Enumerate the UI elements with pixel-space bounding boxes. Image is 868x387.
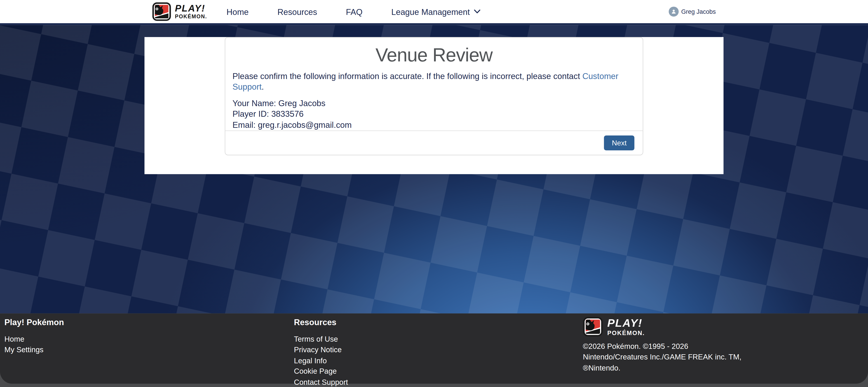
copyright-text: ©2026 Pokémon. ©1995 - 2026 Nintendo/Cre…: [583, 341, 744, 374]
intro-text-before-link: Please confirm the following information…: [232, 71, 583, 81]
top-nav: PLAY! POKÉMON. Home Resources FAQ League…: [0, 0, 868, 25]
footer-link-contact-support[interactable]: Contact Support: [294, 377, 348, 387]
nav-link-faq[interactable]: FAQ: [346, 7, 363, 17]
footer-column-resources: Resources Terms of Use Privacy Notice Le…: [294, 317, 583, 387]
venue-review-card: Venue Review Please confirm the followin…: [225, 37, 643, 155]
content-panel: Venue Review Please confirm the followin…: [145, 37, 724, 174]
nav-logo-text-play: PLAY!: [175, 4, 207, 13]
nav-logo-text: PLAY! POKÉMON.: [175, 4, 207, 19]
footer-column-play-pokemon: Play! Pokémon Home My Settings: [4, 317, 294, 387]
footer-link-legal-info[interactable]: Legal Info: [294, 355, 327, 366]
footer-strip: Play! Pokémon Home My Settings Resources…: [0, 313, 868, 387]
venue-review-card-body: Venue Review Please confirm the followin…: [225, 38, 643, 130]
nav-logo-text-pokemon: POKÉMON.: [175, 14, 207, 19]
nav-link-resources[interactable]: Resources: [277, 7, 317, 17]
footer-link-home[interactable]: Home: [4, 334, 24, 345]
footer-link-cookie-page[interactable]: Cookie Page: [294, 366, 337, 377]
chevron-down-icon: [474, 9, 480, 14]
info-line-email: Email: greg.r.jacobs@gmail.com: [232, 120, 636, 130]
footer-column-legal: PLAY! POKÉMON. ©2026 Pokémon. ©1995 - 20…: [583, 317, 864, 387]
play-pokemon-footer-logo-icon: [583, 317, 603, 337]
page: PLAY! POKÉMON. Home Resources FAQ League…: [0, 0, 868, 387]
play-pokemon-logo-icon: [152, 2, 171, 21]
user-avatar-icon: [669, 6, 678, 17]
next-button[interactable]: Next: [604, 135, 634, 150]
nav-dropdown-league-management[interactable]: League Management: [391, 7, 480, 17]
user-menu[interactable]: Greg Jacobs: [669, 6, 716, 17]
intro-text: Please confirm the following information…: [232, 71, 636, 92]
page-title: Venue Review: [232, 44, 636, 66]
footer-link-my-settings[interactable]: My Settings: [4, 345, 43, 355]
footer-heading-play-pokemon: Play! Pokémon: [4, 317, 294, 327]
info-line-name: Your Name: Greg Jacobs: [232, 98, 636, 108]
footer-link-terms-of-use[interactable]: Terms of Use: [294, 334, 338, 345]
footer-heading-resources: Resources: [294, 317, 583, 327]
nav-dropdown-label: League Management: [391, 7, 470, 17]
main-content-area: Venue Review Please confirm the followin…: [0, 25, 868, 313]
site-footer: Play! Pokémon Home My Settings Resources…: [0, 313, 868, 384]
footer-logo: PLAY! POKÉMON.: [583, 317, 864, 337]
top-nav-inner: PLAY! POKÉMON. Home Resources FAQ League…: [145, 0, 724, 23]
nav-links: Home Resources FAQ League Management: [226, 7, 480, 17]
nav-logo-link[interactable]: PLAY! POKÉMON.: [152, 2, 207, 21]
user-name: Greg Jacobs: [681, 8, 716, 15]
info-line-player-id: Player ID: 3833576: [232, 108, 636, 120]
intro-text-suffix: .: [261, 82, 264, 91]
nav-link-home[interactable]: Home: [226, 7, 249, 17]
venue-review-card-footer: Next: [225, 130, 643, 155]
footer-logo-text: PLAY! POKÉMON.: [607, 317, 645, 336]
footer-logo-text-play: PLAY!: [607, 317, 645, 328]
footer-link-privacy-notice[interactable]: Privacy Notice: [294, 345, 342, 355]
footer-logo-text-pokemon: POKÉMON.: [607, 330, 645, 336]
